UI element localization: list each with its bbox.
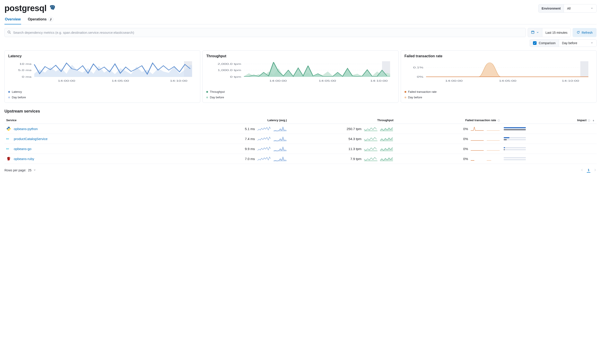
chart-throughput[interactable]: 2,000.0 tpm 1,000.0 tpm 0 tpm 14:00:00 1… — [206, 60, 394, 87]
search-input[interactable] — [13, 31, 523, 34]
panel-throughput: Throughput 2,000.0 tpm 1,000.0 tpm 0 tpm… — [202, 50, 398, 103]
chart-failed-rate[interactable]: 0.1% 0% 14:00:00 14:05:00 14:10:00 — [404, 60, 593, 87]
col-throughput[interactable]: Throughput — [289, 117, 395, 124]
service-link[interactable]: productCatalogService — [14, 137, 48, 141]
legend-item-compare[interactable]: Day before — [8, 96, 197, 99]
svg-line-3 — [10, 33, 11, 34]
legend-dot-icon — [8, 96, 10, 98]
search-box[interactable] — [4, 28, 526, 37]
chevron-down-icon — [536, 31, 539, 34]
pagination: 1 — [581, 168, 597, 173]
tab-operations[interactable]: Operations β — [27, 17, 54, 24]
calendar-button[interactable] — [528, 28, 542, 37]
environment-selector[interactable]: Environment All — [538, 4, 597, 13]
tabs: Overview Operations β — [4, 17, 597, 24]
legend-dot-icon — [206, 91, 208, 93]
legend-item-primary[interactable]: Latency — [8, 90, 197, 94]
latency-value: 9.9 ms — [245, 147, 255, 151]
info-icon — [497, 119, 500, 122]
environment-dropdown[interactable]: All — [564, 4, 596, 12]
legend-item-compare[interactable]: Day before — [404, 96, 593, 99]
tab-label: Operations — [28, 17, 46, 21]
svg-text:1,000.0 tpm: 1,000.0 tpm — [218, 69, 241, 71]
page-number[interactable]: 1 — [587, 168, 590, 173]
legend-item-compare[interactable]: Day before — [206, 96, 394, 99]
tab-overview[interactable]: Overview — [4, 17, 21, 24]
svg-point-1 — [53, 6, 54, 7]
comparison-dropdown[interactable]: Day before — [559, 39, 596, 47]
legend-item-primary[interactable]: Failed transaction rate — [404, 90, 593, 94]
info-icon — [588, 119, 590, 122]
time-range-picker[interactable]: Last 15 minutes — [528, 28, 571, 37]
svg-point-0 — [51, 6, 52, 7]
service-link[interactable]: opbeans-go — [14, 147, 31, 151]
chart-latency[interactable]: 10 ms 5.0 ms 0 ms 14:00:00 14:05:00 14:1… — [8, 60, 197, 87]
legend-label: Day before — [210, 96, 224, 99]
svg-text:14:10:00: 14:10:00 — [370, 80, 388, 82]
col-service[interactable]: Service — [4, 117, 182, 124]
legend-label: Day before — [12, 96, 26, 99]
ruby-icon — [6, 156, 11, 161]
col-failed-label: Failed transaction rate — [465, 118, 496, 122]
service-link[interactable]: opbeans-python — [14, 127, 38, 131]
latency-value: 7.4 ms — [245, 137, 255, 141]
table-row: opbeans-ruby 7.0 ms 7.9 tpm 0% — [4, 154, 597, 164]
latency-value: 7.0 ms — [245, 157, 255, 161]
comparison-checkbox[interactable] — [533, 41, 537, 45]
rows-per-page-label: Rows per page: — [4, 168, 26, 172]
legend-item-primary[interactable]: Throughput — [206, 90, 394, 94]
environment-value: All — [567, 7, 571, 10]
python-icon — [6, 126, 11, 131]
svg-text:0.1%: 0.1% — [413, 66, 423, 69]
legend-dot-icon — [404, 96, 406, 98]
col-impact-label: Impact — [577, 118, 587, 122]
environment-label: Environment — [539, 4, 564, 12]
impact-bars — [504, 127, 526, 130]
go-icon: GO — [6, 136, 11, 141]
svg-text:14:05:00: 14:05:00 — [499, 80, 516, 82]
chevron-down-icon — [33, 168, 36, 172]
svg-point-2 — [8, 31, 10, 33]
failed-value: 0% — [463, 137, 468, 141]
refresh-icon — [577, 31, 580, 35]
svg-text:5.0 ms: 5.0 ms — [18, 69, 31, 71]
failed-value: 0% — [463, 147, 468, 151]
panel-failed-rate: Failed transaction rate 0.1% 0% 14:00:00… — [401, 50, 597, 103]
beta-badge: β — [49, 17, 53, 21]
time-range-value[interactable]: Last 15 minutes — [542, 28, 571, 37]
svg-rect-4 — [531, 31, 534, 34]
refresh-button[interactable]: Refresh — [572, 28, 597, 37]
svg-text:GO: GO — [6, 138, 9, 140]
svg-text:0 ms: 0 ms — [22, 76, 31, 78]
legend-label: Failed transaction rate — [408, 90, 437, 94]
chevron-down-icon — [591, 41, 593, 45]
svg-text:0 tpm: 0 tpm — [230, 76, 241, 78]
panel-title: Latency — [8, 54, 197, 58]
legend-label: Throughput — [210, 90, 225, 94]
col-impact[interactable]: Impact — [502, 117, 597, 124]
panel-title: Throughput — [206, 54, 394, 58]
col-failed[interactable]: Failed transaction rate — [395, 117, 502, 124]
svg-text:10 ms: 10 ms — [19, 63, 31, 65]
comparison-toggle[interactable]: Comparison — [530, 39, 559, 47]
legend-label: Latency — [12, 90, 22, 94]
svg-point-42 — [589, 120, 589, 120]
service-link[interactable]: opbeans-ruby — [14, 157, 34, 161]
svg-point-39 — [499, 120, 499, 120]
comparison-label: Comparison — [539, 41, 555, 45]
page-prev-button[interactable] — [581, 168, 584, 172]
comparison-value: Day before — [562, 41, 577, 45]
page-next-button[interactable] — [593, 168, 597, 172]
rows-per-page-selector[interactable]: Rows per page: 25 — [4, 168, 36, 172]
tab-label: Overview — [5, 17, 21, 21]
latency-value: 5.1 ms — [245, 127, 255, 131]
svg-rect-32 — [580, 61, 588, 77]
calendar-icon — [531, 30, 535, 35]
page-title: postgresql — [4, 4, 46, 13]
rows-per-page-value: 25 — [28, 168, 31, 172]
svg-text:14:00:00: 14:00:00 — [269, 80, 287, 82]
sort-desc-icon — [592, 119, 595, 122]
go-icon: GO — [6, 146, 11, 151]
table-row: GO productCatalogService 7.4 ms 54.3 tpm… — [4, 134, 597, 144]
col-latency[interactable]: Latency (avg.) — [182, 117, 289, 124]
